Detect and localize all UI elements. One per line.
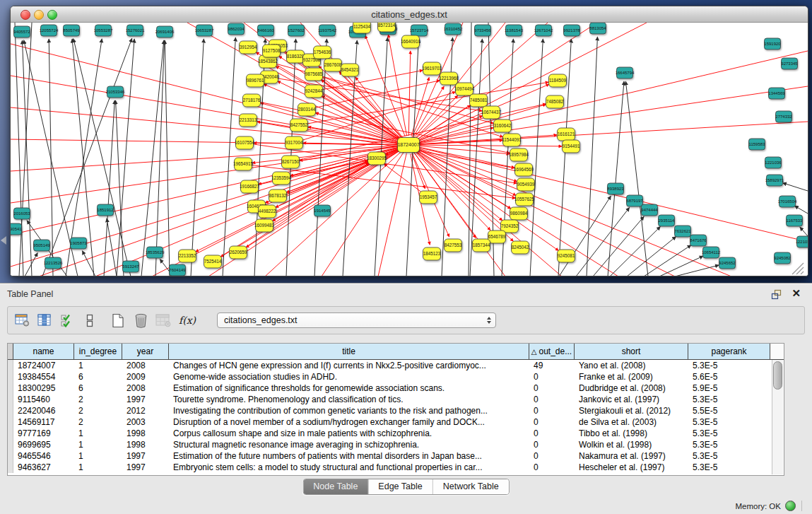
table-cell[interactable]: 18724007 [13,360,74,371]
table-cell[interactable]: Hescheler et al. (1997) [575,462,688,473]
table-cell[interactable]: 5.6E-5 [688,371,770,382]
table-cell[interactable]: 2 [74,416,122,428]
table-cell[interactable]: Tibbo et al. (1998) [575,428,688,439]
table-cell[interactable]: 2003 [122,416,169,428]
table-cell[interactable]: 5.3E-5 [688,462,770,473]
table-cell[interactable]: 1 [74,450,122,462]
column-header-pagerank[interactable]: pagerank [688,344,770,360]
table-cell[interactable]: 0 [529,416,575,428]
table-cell[interactable]: 5.3E-5 [688,450,770,462]
table-cell[interactable]: 0 [529,382,575,394]
close-panel-icon[interactable]: ✕ [792,288,801,299]
table-row[interactable]: 1872400712008Changes of HCN gene express… [8,360,784,371]
new-column-icon[interactable] [110,311,126,329]
import-table-icon[interactable] [155,311,172,329]
table-cell[interactable]: Nakamura et al. (1997) [575,450,688,462]
citation-network-graph[interactable]: 1872400718300295940557212055724850574910… [11,23,808,276]
table-cell[interactable]: Estimation of the future numbers of pati… [169,450,529,462]
table-row[interactable]: 911546021997Tourette syndrome. Phenomeno… [8,394,784,405]
collapse-panel-arrow-icon[interactable] [1,236,6,245]
tab-node-table[interactable]: Node Table [303,479,368,494]
tab-network-table[interactable]: Network Table [433,479,509,494]
table-row[interactable]: 946554611997Estimation of the future num… [8,450,784,462]
table-row[interactable]: 969969511998Structural magnetic resonanc… [8,439,784,450]
table-cell[interactable]: Genome-wide association studies in ADHD. [169,371,529,382]
function-builder-icon[interactable]: f(x) [179,315,196,326]
table-cell[interactable]: Changes of HCN gene expression and I(f) … [169,360,529,371]
table-cell[interactable]: 49 [529,360,575,371]
table-cell[interactable]: 0 [529,462,575,473]
table-mode-icon[interactable] [13,311,30,329]
table-row[interactable]: 1938455462009Genome-wide association stu… [8,371,784,382]
column-header-in-degree[interactable]: in_degree [74,344,122,360]
table-row[interactable]: 1456911722003Disruption of a novel membe… [8,416,784,428]
table-cell[interactable]: Structural magnetic resonance image aver… [169,439,529,450]
table-cell[interactable]: 1 [74,428,122,439]
table-cell[interactable]: Estimation of significance thresholds fo… [169,382,529,394]
table-cell[interactable]: 6 [74,371,122,382]
table-cell[interactable]: 0 [529,405,575,416]
minimize-window-button[interactable] [34,10,44,20]
table-cell[interactable]: 18300295 [13,382,74,394]
tab-edge-table[interactable]: Edge Table [368,479,433,494]
table-cell[interactable]: 9463627 [13,462,74,473]
table-cell[interactable]: 1997 [122,462,169,473]
table-cell[interactable]: Tourette syndrome. Phenomenology and cla… [169,394,529,405]
table-cell[interactable]: 0 [529,450,575,462]
table-cell[interactable]: de Silva et al. (2003) [575,416,688,428]
rows-icon[interactable] [81,311,98,329]
table-cell[interactable]: 9465546 [13,450,74,462]
table-cell[interactable]: Investigating the contribution of common… [169,405,529,416]
column-checklist-icon[interactable] [59,311,76,329]
delete-column-icon[interactable] [132,311,149,329]
table-cell[interactable]: 5.3E-5 [688,416,770,428]
table-row[interactable]: 977716911998Corpus callosum shape and si… [8,428,784,439]
scrollbar-thumb[interactable] [773,361,782,390]
table-row[interactable]: 1830029562008Estimation of significance … [8,382,784,394]
table-cell[interactable]: Disruption of a novel member of a sodium… [169,416,529,428]
show-column-icon[interactable] [36,311,53,329]
table-cell[interactable]: 2 [74,405,122,416]
column-header-year[interactable]: year [122,344,169,360]
zoom-window-button[interactable] [47,10,57,20]
table-cell[interactable]: Yano et al. (2008) [575,360,688,371]
table-cell[interactable]: Jankovic et al. (1997) [575,394,688,405]
window-titlebar[interactable]: citations_edges.txt [11,6,808,23]
table-cell[interactable]: 1 [74,360,122,371]
resize-grip-icon[interactable] [792,263,804,274]
table-cell[interactable]: Wolkin et al. (1998) [575,439,688,450]
table-cell[interactable]: 9699695 [13,439,74,450]
column-header-title[interactable]: title [169,344,529,360]
table-cell[interactable]: 0 [529,371,575,382]
table-cell[interactable]: 2008 [122,360,169,371]
table-cell[interactable]: 2 [74,394,122,405]
table-cell[interactable]: 1998 [122,439,169,450]
table-cell[interactable]: 9115460 [13,394,74,405]
network-canvas[interactable]: 1872400718300295940557212055724850574910… [11,23,808,276]
table-cell[interactable]: Dudbridge et al. (2008) [575,382,688,394]
table-cell[interactable]: 1 [74,462,122,473]
table-cell[interactable]: 5.3E-5 [688,439,770,450]
close-window-button[interactable] [20,10,30,20]
table-cell[interactable]: 1997 [122,450,169,462]
table-row[interactable]: 2242004622012Investigating the contribut… [8,405,784,416]
table-cell[interactable]: 1997 [122,394,169,405]
table-vertical-scrollbar[interactable] [772,360,783,474]
table-cell[interactable]: 5.3E-5 [688,394,770,405]
table-cell[interactable]: Franke et al. (2009) [575,371,688,382]
table-cell[interactable]: 5.9E-5 [688,382,770,394]
table-cell[interactable]: 5.3E-5 [688,428,770,439]
network-table-select[interactable]: citations_edges.txt [217,313,496,328]
table-cell[interactable]: 2008 [122,382,169,394]
table-cell[interactable]: 19384554 [13,371,74,382]
column-header-short[interactable]: short [575,344,688,360]
table-cell[interactable]: Embryonic stem cells: a model to study s… [169,462,529,473]
table-cell[interactable]: 0 [529,439,575,450]
table-cell[interactable]: 0 [529,428,575,439]
network-view-window[interactable]: citations_edges.txt 18724007183002959405… [10,6,808,276]
table-cell[interactable]: 1 [74,439,122,450]
column-header-out-de-[interactable]: △out_de... [529,344,575,360]
float-panel-icon[interactable] [771,289,782,300]
table-cell[interactable]: 14569117 [13,416,74,428]
table-cell[interactable]: 5.3E-5 [688,360,770,371]
